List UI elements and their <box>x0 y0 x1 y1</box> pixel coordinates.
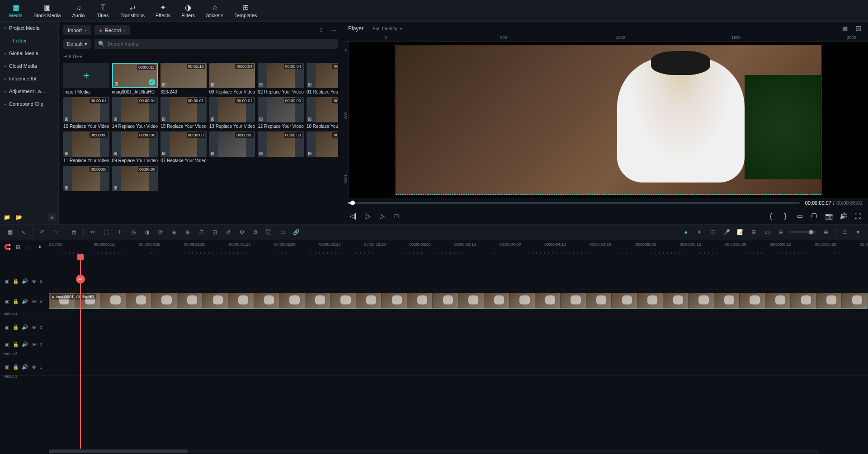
track-control-icon[interactable]: 🔊 <box>22 299 28 305</box>
zoom-slider[interactable] <box>790 231 817 233</box>
prev-frame-button[interactable]: ◁| <box>348 211 358 221</box>
track-control-icon[interactable]: 🔊 <box>22 364 28 370</box>
magnet-icon[interactable]: 🧲 <box>4 243 11 251</box>
media-item[interactable]: 00:00:33 ⊞ ✓ imag0001_AIUltraHD <box>112 63 158 94</box>
sidebar-item-compound-clip[interactable]: ▸Compound Clip <box>0 98 58 110</box>
color-button[interactable]: ◑ <box>142 228 151 237</box>
link-button[interactable]: 🔗 <box>292 228 301 237</box>
mic-button[interactable]: 🎤 <box>722 228 731 237</box>
snapshot-button[interactable]: 📷 <box>824 211 834 221</box>
track-control-icon[interactable]: 👁 <box>31 364 37 370</box>
track-control-icon[interactable]: 🔊 <box>22 278 28 285</box>
reverse-button[interactable]: ↺ <box>224 228 233 237</box>
tab-audio[interactable]: ♫Audio <box>67 2 90 20</box>
play-button[interactable]: ▷ <box>377 211 387 221</box>
delete-button[interactable]: 🗑 <box>70 228 79 237</box>
rotate-button[interactable]: ⟳ <box>156 228 165 237</box>
group-button[interactable]: ⧉ <box>251 228 260 237</box>
fullscreen-button[interactable]: ⛶ <box>853 211 863 221</box>
media-item[interactable]: 00:00:00 ⊞ <box>258 131 304 163</box>
next-frame-button[interactable]: |▷ <box>363 211 373 221</box>
timer-button[interactable]: ⏱ <box>197 228 206 237</box>
video-viewport[interactable] <box>349 42 868 198</box>
zoom-knob[interactable] <box>809 230 813 234</box>
more-icon[interactable]: ⋯ <box>329 26 338 35</box>
track-control-icon[interactable]: 🔒 <box>13 364 19 370</box>
sidebar-item-folder[interactable]: Folder <box>0 34 58 47</box>
settings-button[interactable]: ▾ <box>854 228 863 237</box>
scrub-head[interactable] <box>350 201 355 205</box>
record-tl-button[interactable]: ▭ <box>278 228 287 237</box>
media-item[interactable]: 00:00:00 ⊞ <box>307 131 338 163</box>
track-control-icon[interactable]: ▣ <box>4 299 10 305</box>
tab-media[interactable]: ▦Media <box>5 1 27 20</box>
search-input[interactable] <box>108 41 335 47</box>
link-tracks-icon[interactable]: ⊟ <box>14 243 22 251</box>
view-button[interactable]: ▭ <box>763 228 772 237</box>
zoom-in-button[interactable]: ⊕ <box>821 228 830 237</box>
media-item[interactable]: 00:00:00 ⊞ <box>112 166 158 192</box>
adjust-button[interactable]: ⚙ <box>237 228 246 237</box>
new-folder-icon[interactable]: 📁 <box>3 213 11 221</box>
tab-stock-media[interactable]: ▣Stock Media <box>29 1 66 20</box>
marker-button[interactable]: ▭ <box>795 211 805 221</box>
track-control-icon[interactable]: 👁 <box>31 278 37 285</box>
track-lane[interactable] <box>49 319 868 336</box>
track-control-icon[interactable]: 🔒 <box>13 342 19 348</box>
import-media-tile[interactable]: + Import Media <box>63 63 109 94</box>
text-button[interactable]: T <box>115 228 124 237</box>
track-lane[interactable]: ▸ imag0001_AIUltraHD <box>49 290 868 313</box>
track-control-icon[interactable]: 🔒 <box>13 324 19 331</box>
track-control-icon[interactable]: 👁 <box>31 342 37 348</box>
media-item[interactable]: 00:00:01 ⊞ 16 Replace Your Video <box>63 97 109 129</box>
stop-button[interactable]: □ <box>392 211 401 221</box>
timeline-scroll-thumb[interactable] <box>49 449 188 453</box>
track-row[interactable]: ▣🔒🔊👁3 <box>0 319 868 336</box>
import-button[interactable]: Import▾ <box>63 25 91 35</box>
media-item[interactable]: 00:00:00 ⊞ 10 Replace Your Video <box>307 97 338 129</box>
crop-button[interactable]: ⬚ <box>102 228 111 237</box>
filter-icon[interactable]: ⫱ <box>316 26 326 35</box>
list-view-button[interactable]: ☰ <box>840 228 849 237</box>
sort-dropdown[interactable]: Default▾ <box>63 39 91 49</box>
playhead[interactable]: ✂ <box>80 254 81 449</box>
mark-out-button[interactable]: } <box>780 211 790 221</box>
media-item[interactable]: 00:00:00 ⊞ 12 Replace Your Video <box>258 97 304 129</box>
undo-button[interactable]: ↶ <box>38 228 47 237</box>
track-control-icon[interactable]: 🔒 <box>13 278 19 285</box>
track-row[interactable]: ▣🔒🔊👁5 <box>0 273 868 290</box>
timeline-scrollbar[interactable] <box>49 449 819 453</box>
track-control-icon[interactable]: 🔊 <box>22 342 28 348</box>
folder-plus-icon[interactable]: 📂 <box>14 213 23 221</box>
lock-tracks-icon[interactable]: ▭ <box>25 243 33 251</box>
sidebar-item-adjustment-layer[interactable]: ▸Adjustment La... <box>0 85 58 98</box>
media-item[interactable]: 00:00:00 ⊞ <box>209 131 255 163</box>
tab-stickers[interactable]: ☆Stickers <box>201 1 228 20</box>
image-view-icon[interactable]: 🖼 <box>854 24 863 33</box>
sidebar-item-cloud-media[interactable]: ▸Cloud Media <box>0 60 58 72</box>
tab-templates[interactable]: ⊞Templates <box>230 1 261 20</box>
track-control-icon[interactable]: ▣ <box>4 342 10 348</box>
track-control-icon[interactable]: 👁 <box>31 324 37 331</box>
quality-dropdown[interactable]: Full Quality▾ <box>369 24 406 33</box>
tab-effects[interactable]: ✦Effects <box>151 1 175 20</box>
track-lane[interactable] <box>49 273 868 290</box>
playhead-cut-icon[interactable]: ✂ <box>76 275 85 284</box>
media-item[interactable]: 00:00:00 ⊞ 09 Replace Your Video <box>112 131 158 163</box>
redo-button[interactable]: ↷ <box>51 228 60 237</box>
media-item[interactable]: 00:00:01 ⊞ 13 Replace Your Video <box>209 97 255 129</box>
transform-button[interactable]: ⊕ <box>183 228 192 237</box>
media-item[interactable]: 00:00:04 ⊞ 02 Replace Your Video <box>258 63 304 94</box>
track-control-icon[interactable]: 👁 <box>31 299 37 305</box>
split-button[interactable]: ✂ <box>88 228 97 237</box>
track-row[interactable]: ▣🔒🔊👁4 ▸ imag0001_AIUltraHD <box>0 290 868 314</box>
media-item[interactable]: 00:00:01 ⊞ 15 Replace Your Video <box>160 97 207 129</box>
video-clip[interactable]: ▸ imag0001_AIUltraHD <box>49 293 868 309</box>
volume-button[interactable]: 🔊 <box>838 211 848 221</box>
track-row[interactable]: ▣🔒🔊👁2 <box>0 336 868 353</box>
display-button[interactable]: 🖵 <box>809 211 819 221</box>
layout-toggle-icon[interactable]: ▦ <box>841 24 849 33</box>
media-item[interactable]: 00:00:04 ⊞ 03 Replace Your Video <box>209 63 255 94</box>
track-control-icon[interactable]: ▣ <box>4 364 10 370</box>
track-control-icon[interactable]: ▣ <box>4 278 10 285</box>
